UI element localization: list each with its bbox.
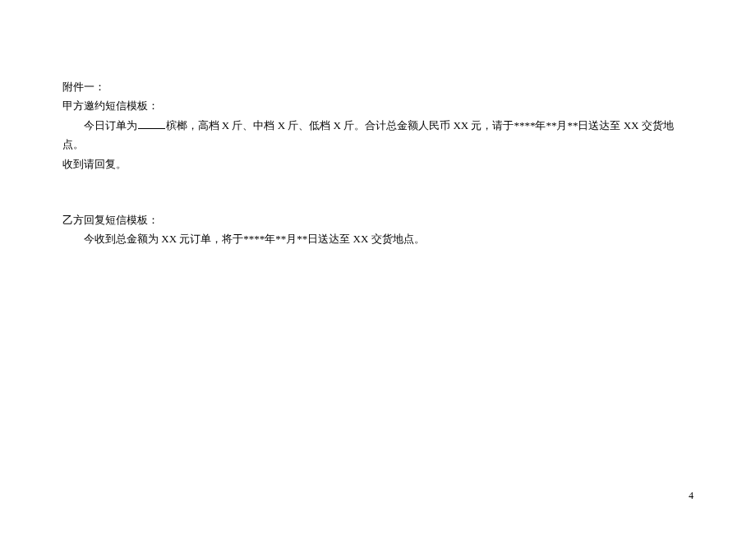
document-page: 附件一： 甲方邀约短信模板： 今日订单为槟榔，高档 X 斤、中档 X 斤、低档 …	[0, 0, 756, 249]
page-number: 4	[689, 487, 694, 505]
section-a-body-line2: 收到请回复。	[62, 155, 694, 173]
section-a-body-line1: 今日订单为槟榔，高档 X 斤、中档 X 斤、低档 X 斤。合计总金额人民币 XX…	[62, 116, 694, 155]
attachment-title: 附件一：	[62, 77, 694, 96]
section-b-header: 乙方回复短信模板：	[62, 210, 694, 229]
section-a-body-part2: 槟榔，高档 X 斤、中档 X 斤、低档 X 斤。合计总金额人民币 XX 元，请于…	[62, 119, 674, 150]
section-a-header: 甲方邀约短信模板：	[62, 96, 694, 115]
section-spacer	[62, 173, 694, 210]
section-b-body: 今收到总金额为 XX 元订单，将于****年**月**日送达至 XX 交货地点。	[62, 229, 694, 248]
section-a-body-part1: 今日订单为	[84, 119, 137, 131]
blank-underline	[138, 128, 165, 129]
